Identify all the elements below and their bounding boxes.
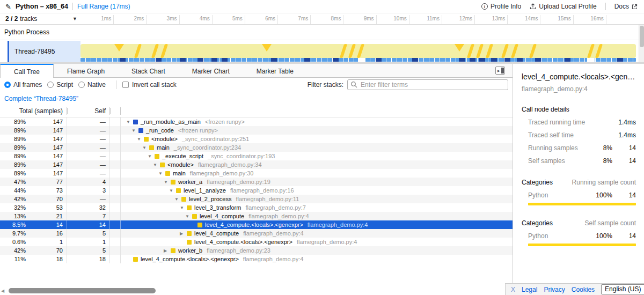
expand-toggle-icon[interactable]: ▼: [131, 128, 138, 133]
column-header-total[interactable]: Total (samples): [0, 107, 67, 115]
self-samples: 14: [67, 220, 110, 229]
function-file: flamegraph_demo.py:19: [207, 179, 270, 185]
tab-marker-chart[interactable]: Marker Chart: [179, 64, 243, 77]
call-tree-row[interactable]: 89%147—▼_execute_script_sync_coordinator…: [0, 152, 513, 160]
category-square-icon: [187, 231, 192, 236]
call-tree-row[interactable]: 9.7%165▶level_4_computeflamegraph_demo.p…: [0, 229, 513, 238]
footer-dismiss-button[interactable]: X: [511, 286, 515, 293]
function-file: flamegraph_demo.py:16: [230, 187, 294, 194]
language-select[interactable]: English (US) ▼: [601, 284, 644, 294]
expand-toggle-icon[interactable]: ▼: [142, 145, 149, 150]
call-tree-row[interactable]: 0.6%11level_4_compute.<locals>.<genexpr>…: [0, 238, 513, 246]
thread-activity-graph[interactable]: [80, 40, 636, 62]
function-name: level_4_compute.<locals>.<genexpr>: [194, 239, 292, 245]
function-name: main: [157, 144, 170, 151]
full-range-button[interactable]: Full Range (17ms): [77, 3, 130, 10]
filter-stacks-input[interactable]: [347, 79, 508, 90]
self-samples: 7: [67, 212, 110, 220]
detail-value: 14: [612, 157, 636, 165]
expand-toggle-icon[interactable]: ▼: [148, 154, 155, 159]
activity-slash-marker: [486, 44, 493, 58]
sidebar-toggle-button[interactable]: ▶: [495, 67, 505, 75]
footer-link-cookies[interactable]: Cookies: [572, 286, 595, 293]
expand-toggle-icon[interactable]: ▼: [185, 214, 192, 219]
header-divider: [72, 3, 73, 10]
scroll-left-arrow-icon[interactable]: ◀: [1, 289, 4, 293]
total-percent: 89%: [0, 170, 26, 176]
footer-link-legal[interactable]: Legal: [522, 286, 537, 293]
tab-marker-table[interactable]: Marker Table: [243, 64, 307, 77]
expand-toggle-icon[interactable]: ▶: [180, 231, 187, 236]
detail-label: Traced running time: [522, 119, 587, 126]
footer-link-privacy[interactable]: Privacy: [544, 286, 565, 293]
expand-toggle-icon[interactable]: ▼: [174, 197, 181, 202]
edit-profile-name-icon[interactable]: ✎: [5, 3, 11, 11]
function-file: flamegraph_demo.py:4: [308, 222, 368, 228]
total-samples: 73: [26, 186, 67, 195]
expand-toggle-icon[interactable]: ▼: [126, 120, 133, 124]
expand-toggle-icon[interactable]: ▼: [164, 180, 171, 185]
profile-name[interactable]: Python – x86_64: [16, 3, 68, 10]
function-file: <frozen runpy>: [178, 127, 218, 134]
call-tree-row[interactable]: 32%5332▼level_3_transformflamegraph_demo…: [0, 203, 513, 212]
expand-toggle-icon[interactable]: ▶: [164, 248, 171, 253]
expand-toggle-icon[interactable]: ▼: [169, 188, 176, 193]
expand-toggle-icon[interactable]: ▼: [137, 137, 144, 142]
radio-all-frames[interactable]: All frames: [4, 81, 42, 88]
selected-node-title: level_4_compute.<locals>.<genexpr>: [522, 72, 636, 81]
app-header: ✎ Python – x86_64 Full Range (17ms) i Pr…: [0, 0, 644, 13]
total-samples: 14: [26, 220, 67, 229]
sample-marker-dark: [479, 58, 485, 62]
process-track[interactable]: Python Process: [0, 25, 639, 40]
tab-flame-graph[interactable]: Flame Graph: [54, 64, 118, 77]
call-tree-row[interactable]: 8.5%1414level_4_compute.<locals>.<genexp…: [0, 220, 513, 229]
expand-toggle-icon[interactable]: ▼: [153, 163, 160, 167]
category-square-icon: [171, 180, 175, 185]
self-samples: —: [67, 143, 110, 152]
call-tree-row[interactable]: 42%70—▼level_2_processflamegraph_demo.py…: [0, 195, 513, 203]
function-file: _sync_coordinator.py:234: [174, 144, 241, 151]
tab-stack-chart[interactable]: Stack Chart: [118, 64, 179, 77]
call-tree-row[interactable]: 89%147—▼_run_module_as_main<frozen runpy…: [0, 117, 513, 126]
call-tree-row[interactable]: 89%147—▼<module>_sync_coordinator.py:251: [0, 135, 513, 143]
sample-marker-dark: [504, 58, 510, 62]
call-tree-row[interactable]: 89%147—▼_run_code<frozen runpy>: [0, 126, 513, 135]
call-tree-row[interactable]: 13%217▼level_4_computeflamegraph_demo.py…: [0, 212, 513, 220]
category-pct: 100%: [587, 191, 612, 199]
timeline-scrollbar-thumb[interactable]: [640, 26, 644, 47]
call-tree-row[interactable]: 89%147—▼mainflamegraph_demo.py:30: [0, 169, 513, 178]
breadcrumb: Complete “Thread-78495”: [0, 92, 513, 105]
expand-toggle-icon[interactable]: ▼: [158, 171, 165, 176]
breadcrumb-root-link[interactable]: Complete “Thread-78495”: [4, 95, 78, 102]
activity-slash-marker: [134, 44, 142, 58]
horizontal-scrollbar[interactable]: ◀: [0, 287, 513, 294]
radio-native[interactable]: Native: [78, 81, 106, 88]
call-tree-row[interactable]: 47%774▼worker_aflamegraph_demo.py:19: [0, 178, 513, 186]
sample-marker-dark: [304, 58, 310, 62]
sample-strip: [80, 58, 636, 62]
thread-track-label[interactable]: Thread-78495: [8, 41, 80, 62]
thread-track[interactable]: Thread-78495: [0, 40, 639, 62]
radio-script[interactable]: Script: [47, 81, 73, 88]
timeline-scrollbar[interactable]: [639, 25, 644, 62]
tracks-dropdown[interactable]: 2 / 2 tracks ▼: [5, 13, 37, 24]
upload-button[interactable]: Upload Local Profile: [530, 3, 596, 10]
expand-toggle-icon[interactable]: ▼: [180, 205, 187, 210]
ruler-tick-label: 16ms: [572, 16, 604, 21]
tab-call-tree[interactable]: Call Tree: [0, 64, 54, 78]
call-tree-row[interactable]: 11%1818level_4_compute.<locals>.<genexpr…: [0, 255, 513, 263]
call-tree-row[interactable]: 89%147—▼main_sync_coordinator.py:234: [0, 143, 513, 152]
column-header-self[interactable]: Self: [67, 107, 110, 115]
call-tree-row[interactable]: 42%705▶worker_bflamegraph_demo.py:23: [0, 246, 513, 255]
horizontal-scrollbar-thumb[interactable]: [9, 288, 156, 293]
call-tree-row[interactable]: 44%733▼level_1_analyzeflamegraph_demo.py…: [0, 186, 513, 195]
profile-info-button[interactable]: i Profile Info: [481, 3, 521, 10]
function-cell: ▼_execute_script_sync_coordinator.py:193: [121, 152, 513, 160]
function-file: flamegraph_demo.py:4: [297, 239, 357, 245]
ruler-tick-label: 7ms: [276, 16, 308, 21]
detail-value: 1.4ms: [612, 119, 636, 126]
docs-link[interactable]: Docs: [614, 3, 638, 10]
invert-call-stack-checkbox[interactable]: Invert call stack: [122, 81, 177, 88]
row-icon-cell: [110, 246, 121, 255]
call-tree-row[interactable]: 89%147—▼<module>flamegraph_demo.py:34: [0, 160, 513, 169]
